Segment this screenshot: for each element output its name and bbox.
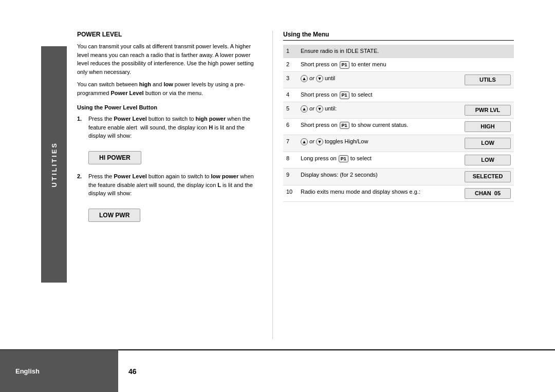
display-hi-power: HI POWER: [88, 151, 141, 164]
row-num: 8: [283, 152, 298, 168]
row-desc: Long press on P1 to select: [298, 152, 452, 168]
page-number: 46: [128, 367, 137, 376]
table-row: 10 Radio exits menu mode and display sho…: [283, 185, 514, 201]
sidebar-label: UTILITIES: [41, 46, 67, 283]
menu-table: 1 Ensure radio is in IDLE STATE. 2 Short…: [283, 45, 514, 202]
row-display: HIGH: [452, 118, 514, 135]
row-desc: ▲ or ▼ until:: [298, 102, 452, 118]
row-desc: ▲ or ▼ toggles High/Low: [298, 135, 452, 152]
row-num: 7: [283, 135, 298, 152]
subsection-title: Using the Power Level Button: [77, 104, 257, 110]
row-desc: Ensure radio is in IDLE STATE.: [298, 45, 452, 58]
body-text-2: You can switch between high and low powe…: [77, 80, 257, 97]
row-num: 1: [283, 45, 298, 58]
row-num: 3: [283, 71, 298, 88]
table-row: 1 Ensure radio is in IDLE STATE.: [283, 45, 514, 58]
row-display: CHAN 05: [452, 185, 514, 201]
row-desc: Short press on P1 to show current status…: [298, 118, 452, 135]
table-row: 9 Display shows: (for 2 seconds) SELECTE…: [283, 169, 514, 185]
row-desc: Short press on P1 to enter menu: [298, 58, 452, 71]
table-row: 6 Short press on P1 to show current stat…: [283, 118, 514, 135]
table-row: 8 Long press on P1 to select LOW: [283, 152, 514, 168]
page-container: UTILITIES POWER LEVEL You can transmit y…: [0, 0, 555, 392]
table-row: 7 ▲ or ▼ toggles High/Low LOW: [283, 135, 514, 152]
row-display: PWR LVL: [452, 102, 514, 118]
row-num: 10: [283, 185, 298, 201]
row-num: 2: [283, 58, 298, 71]
left-column: POWER LEVEL You can transmit your calls …: [77, 31, 272, 339]
step-2: 2. Press the Power Level button again to…: [77, 172, 257, 225]
body-text-1: You can transmit your calls at different…: [77, 42, 257, 76]
row-num: 9: [283, 169, 298, 185]
row-display: LOW: [452, 135, 514, 152]
step-1: 1. Press the Power Level button to switc…: [77, 115, 257, 167]
row-num: 5: [283, 102, 298, 118]
right-section-title: Using the Menu: [283, 31, 514, 41]
row-display: SELECTED: [452, 169, 514, 185]
main-content: UTILITIES POWER LEVEL You can transmit y…: [0, 0, 555, 349]
row-display: LOW: [452, 152, 514, 168]
steps-list: 1. Press the Power Level button to switc…: [77, 115, 257, 225]
display-low-pwr: LOW PWR: [88, 209, 140, 222]
footer: English 46: [0, 349, 555, 392]
row-desc: Radio exits menu mode and display shows …: [298, 185, 452, 201]
table-row: 5 ▲ or ▼ until: PWR LVL: [283, 102, 514, 118]
row-display: [452, 88, 514, 102]
table-row: 4 Short press on P1 to select: [283, 88, 514, 102]
row-num: 6: [283, 118, 298, 135]
table-row: 2 Short press on P1 to enter menu: [283, 58, 514, 71]
row-display: [452, 45, 514, 58]
right-column: Using the Menu 1 Ensure radio is in IDLE…: [272, 31, 514, 339]
row-num: 4: [283, 88, 298, 102]
row-desc: Short press on P1 to select: [298, 88, 452, 102]
language-label: English: [15, 367, 40, 375]
row-desc: Display shows: (for 2 seconds): [298, 169, 452, 185]
row-desc: ▲ or ▼ until: [298, 71, 452, 88]
row-display: UTILS: [452, 71, 514, 88]
left-section-title: POWER LEVEL: [77, 31, 257, 38]
row-display: [452, 58, 514, 71]
footer-language-box: English: [0, 350, 118, 392]
sidebar-text: UTILITIES: [50, 142, 58, 187]
table-row: 3 ▲ or ▼ until UTILS: [283, 71, 514, 88]
